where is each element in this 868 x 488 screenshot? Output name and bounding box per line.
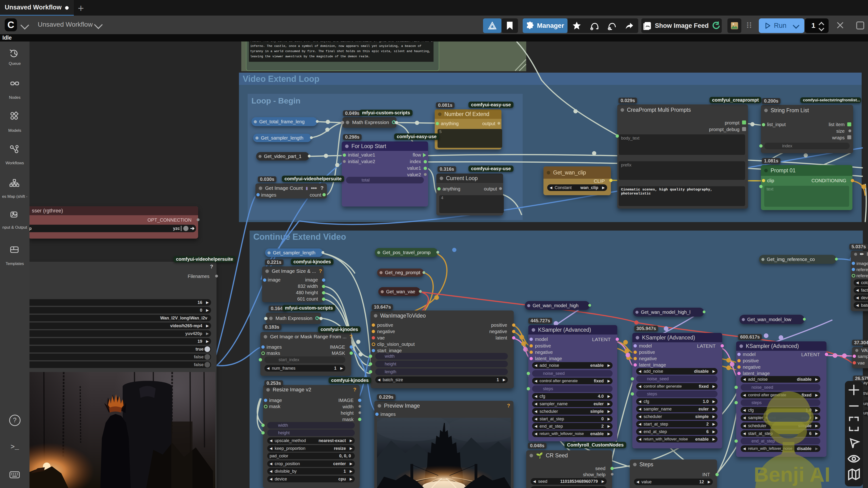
svg-text:Benji AI: Benji AI [754,463,830,486]
